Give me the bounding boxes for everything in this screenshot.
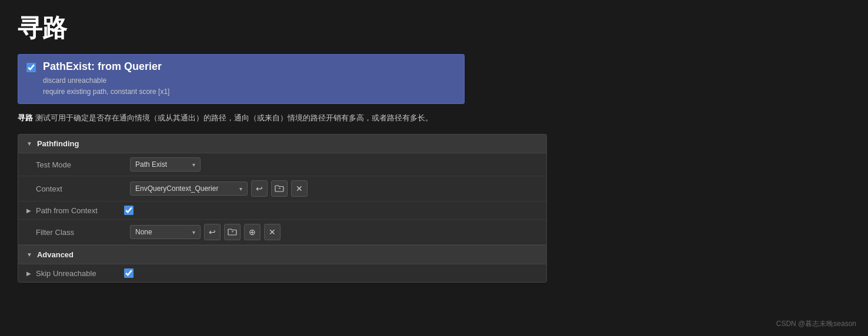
card-content: PathExist: from Querier discard unreacha…	[43, 61, 456, 98]
watermark: CSDN @暮志未晚season	[776, 319, 856, 329]
card-subtitle: discard unreachable require existing pat…	[43, 75, 456, 98]
skip-unreachable-arrow: ▶	[26, 270, 31, 277]
filter-class-dropdown-arrow: ▾	[192, 229, 195, 236]
page-title: 寻路	[18, 12, 850, 45]
advanced-section-header[interactable]: ▼ Advanced	[18, 245, 546, 264]
path-from-context-checkbox[interactable]	[124, 206, 133, 215]
filter-class-dropdown[interactable]: None ▾	[130, 225, 201, 239]
skip-unreachable-checkbox[interactable]	[124, 268, 133, 278]
skip-unreachable-content	[124, 268, 133, 278]
description: 寻路 测试可用于确定是否存在通向情境（或从其通出）的路径，通向（或来自）情境的路…	[18, 112, 850, 125]
context-back-button[interactable]: ↩	[251, 180, 268, 197]
context-row: Context EnvQueryContext_Querier ▾ ↩ ✕	[18, 176, 546, 201]
advanced-section-label: Advanced	[37, 250, 74, 259]
filter-class-close-button[interactable]: ✕	[264, 224, 281, 240]
filter-class-folder-button[interactable]	[224, 224, 241, 240]
filter-class-label: Filter Class	[36, 228, 130, 237]
filter-class-back-button[interactable]: ↩	[204, 224, 221, 240]
skip-unreachable-row[interactable]: ▶ Skip Unreachable	[18, 264, 546, 282]
filter-class-controls: None ▾ ↩ ⊕ ✕	[130, 224, 538, 240]
filter-class-add-button[interactable]: ⊕	[244, 224, 261, 240]
pathfinding-section-label: Pathfinding	[37, 139, 79, 148]
page-container: 寻路 PathExist: from Querier discard unrea…	[0, 0, 868, 336]
context-close-button[interactable]: ✕	[291, 180, 308, 197]
filter-class-row: Filter Class None ▾ ↩ ⊕ ✕	[18, 220, 546, 245]
context-controls: EnvQueryContext_Querier ▾ ↩ ✕	[130, 180, 538, 197]
context-dropdown[interactable]: EnvQueryContext_Querier ▾	[130, 182, 248, 196]
path-from-context-arrow: ▶	[26, 207, 31, 214]
selected-card: PathExist: from Querier discard unreacha…	[18, 54, 465, 104]
test-mode-row: Test Mode Path Exist ▾	[18, 153, 546, 176]
pathfinding-section-header[interactable]: ▼ Pathfinding	[18, 135, 546, 153]
test-mode-label: Test Mode	[36, 160, 130, 169]
path-from-context-label: Path from Context	[36, 206, 118, 215]
path-from-context-row[interactable]: ▶ Path from Context	[18, 201, 546, 220]
context-label: Context	[36, 184, 130, 193]
test-mode-controls: Path Exist ▾	[130, 157, 538, 172]
advanced-collapse-icon: ▼	[26, 251, 32, 258]
skip-unreachable-label: Skip Unreachable	[36, 269, 118, 278]
main-panel: ▼ Pathfinding Test Mode Path Exist ▾ Con…	[18, 134, 547, 283]
test-mode-dropdown-arrow: ▾	[192, 162, 195, 168]
card-checkbox[interactable]	[26, 63, 36, 72]
context-folder-button[interactable]	[271, 180, 288, 197]
path-from-context-content	[124, 206, 133, 215]
pathfinding-collapse-icon: ▼	[26, 140, 32, 147]
card-title: PathExist: from Querier	[43, 61, 456, 73]
context-dropdown-arrow: ▾	[239, 186, 242, 192]
test-mode-dropdown[interactable]: Path Exist ▾	[130, 157, 201, 172]
